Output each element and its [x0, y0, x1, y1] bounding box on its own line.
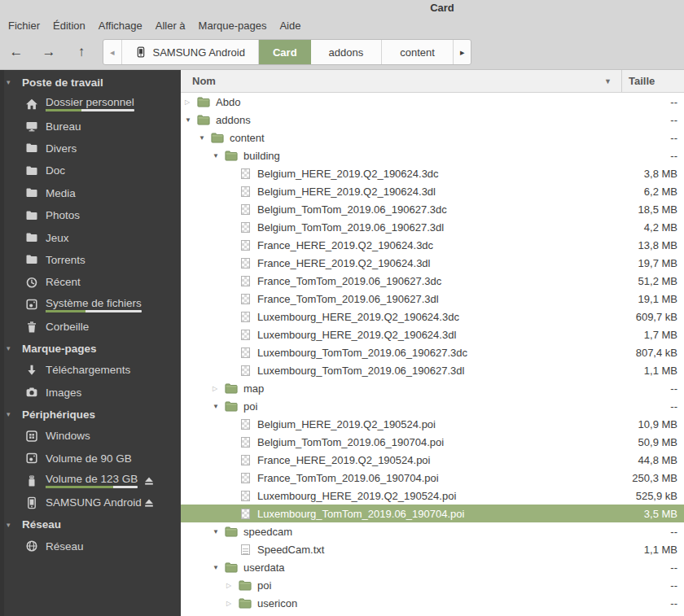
tree-row[interactable]: Luxembourg_TomTom_2019.06_190627.3dc807,…	[181, 343, 684, 361]
menu-item-fichier[interactable]: Fichier	[8, 20, 40, 32]
file-name: userdata	[243, 561, 285, 574]
size-cell: 19,1 MB	[638, 293, 677, 305]
tree-row[interactable]: Belgium_TomTom_2019.06_190627.3dl4,2 MB	[181, 218, 684, 236]
tree-row[interactable]: France_HERE_2019.Q2_190624.3dl19,7 MB	[181, 254, 684, 272]
tree-row[interactable]: ▼poi--	[181, 397, 684, 415]
sidebar-item-photos[interactable]: Photos	[0, 204, 181, 226]
app-body: ▾Poste de travailDossier personnelBureau…	[0, 70, 684, 616]
size-cell: 250,3 MB	[632, 472, 677, 484]
sidebar-item-samsung-android[interactable]: SAMSUNG Android	[0, 491, 181, 513]
tree-row[interactable]: Luxembourg_HERE_2019.Q2_190624.3dc609,7 …	[181, 308, 684, 325]
tree-row[interactable]: ▼userdata--	[181, 558, 684, 576]
section-collapse-icon[interactable]: ▾	[7, 410, 22, 418]
tree-row[interactable]: ▼building--	[181, 146, 684, 164]
expand-expander-icon[interactable]: ▷	[185, 98, 197, 106]
tree-row[interactable]: Belgium_HERE_2019.Q2_190624.3dl6,2 MB	[181, 182, 684, 200]
collapse-expander-icon[interactable]: ▼	[213, 152, 225, 159]
tree-row[interactable]: France_TomTom_2019.06_190704.poi250,3 MB	[181, 469, 684, 487]
column-header-name[interactable]: Nom ▼	[181, 70, 622, 92]
collapse-expander-icon[interactable]: ▼	[199, 134, 211, 142]
tree-row[interactable]: Luxembourg_HERE_2019.Q2_190524.poi525,9 …	[181, 487, 684, 505]
breadcrumb-scroll-right-icon[interactable]: ▸	[454, 40, 471, 64]
tree-row[interactable]: France_HERE_2019.Q2_190624.3dc13,8 MB	[181, 236, 684, 254]
size-cell: 51,2 MB	[638, 275, 677, 287]
tree-row[interactable]: Luxembourg_HERE_2019.Q2_190624.3dl1,7 MB	[181, 325, 684, 343]
sidebar-item-volume-de-123-gb[interactable]: Volume de 123 GB	[0, 470, 181, 491]
section-collapse-icon[interactable]: ▾	[7, 521, 22, 529]
sidebar-item-divers[interactable]: Divers	[0, 138, 181, 159]
sidebar-item-corbeille[interactable]: Corbeille	[0, 316, 181, 338]
menu-item-affichage[interactable]: Affichage	[99, 20, 142, 32]
sidebar-section-marque-pages[interactable]: ▾Marque-pages	[0, 338, 181, 359]
sidebar-item-images[interactable]: Images	[0, 382, 181, 404]
sidebar-section-poste-de-travail[interactable]: ▾Poste de travail	[0, 72, 181, 93]
tree-row[interactable]: Belgium_HERE_2019.Q2_190524.poi10,9 MB	[181, 415, 684, 433]
tree-row[interactable]: France_TomTom_2019.06_190627.3dl19,1 MB	[181, 290, 684, 308]
expand-expander-icon[interactable]: ▷	[226, 582, 239, 589]
sidebar-item-jeux[interactable]: Jeux	[0, 226, 181, 248]
forward-button[interactable]: →	[38, 42, 59, 63]
breadcrumb-samsung-android[interactable]: SAMSUNG Android	[122, 40, 259, 64]
menu-item-aller-a[interactable]: Aller à	[156, 20, 186, 32]
menu-item-edition[interactable]: Édition	[53, 20, 86, 32]
menu-item-aide[interactable]: Aide	[279, 20, 300, 32]
tree-row[interactable]: ▷map--	[181, 379, 684, 397]
file-name: speedcam	[243, 526, 292, 538]
sidebar-item-reseau[interactable]: Réseau	[0, 535, 181, 557]
sidebar-item-dossier-personnel[interactable]: Dossier personnel	[0, 93, 181, 115]
tree-row[interactable]: France_HERE_2019.Q2_190524.poi44,8 MB	[181, 451, 684, 469]
file-name: addons	[216, 114, 251, 126]
sidebar-section-reseau[interactable]: ▾Réseau	[0, 514, 181, 535]
tree-row[interactable]: ▼speedcam--	[181, 522, 684, 540]
tree-row[interactable]: ▼addons--	[181, 111, 684, 129]
tree-row[interactable]: Luxembourg_TomTom_2019.06_190704.poi3,5 …	[181, 505, 684, 522]
tree-row[interactable]: Luxembourg_TomTom_2019.06_190627.3dl1,1 …	[181, 361, 684, 379]
sidebar-item-bureau[interactable]: Bureau	[0, 115, 181, 137]
sidebar-item-systeme-de-fichiers[interactable]: Système de fichiers	[0, 294, 181, 316]
tree-row[interactable]: SpeedCam.txt1,1 MB	[181, 540, 684, 558]
tree-row[interactable]: ▷Abdo--	[181, 93, 684, 111]
collapse-expander-icon[interactable]: ▼	[213, 528, 225, 535]
expand-expander-icon[interactable]: ▷	[213, 385, 225, 392]
sidebar-item-media[interactable]: Media	[0, 182, 181, 204]
tree-row[interactable]: France_TomTom_2019.06_190627.3dc51,2 MB	[181, 272, 684, 290]
tree-row[interactable]: ▼content--	[181, 129, 684, 146]
sidebar-item-label: Torrents	[46, 254, 86, 266]
tree-row[interactable]: Belgium_TomTom_2019.06_190627.3dc18,5 MB	[181, 200, 684, 218]
sidebar-item-volume-de-90-gb[interactable]: Volume de 90 GB	[0, 447, 181, 469]
sidebar: ▾Poste de travailDossier personnelBureau…	[0, 70, 181, 616]
expand-expander-icon[interactable]: ▷	[226, 600, 239, 607]
file-name: France_TomTom_2019.06_190704.poi	[257, 472, 439, 484]
tree-row[interactable]: Belgium_TomTom_2019.06_190704.poi50,9 MB	[181, 433, 684, 451]
sidebar-item-torrents[interactable]: Torrents	[0, 249, 181, 271]
window-title: Card	[0, 2, 684, 14]
menu-item-marque-pages[interactable]: Marque-pages	[199, 20, 267, 32]
tree-row[interactable]: ▷poi--	[181, 576, 684, 594]
breadcrumb-label: SAMSUNG Android	[153, 46, 245, 59]
sidebar-item-windows[interactable]: Windows	[0, 425, 181, 447]
sidebar-section-peripheriques[interactable]: ▾Périphériques	[0, 404, 181, 425]
file-icon	[239, 257, 252, 269]
eject-button[interactable]	[143, 475, 155, 487]
breadcrumb-content[interactable]: content	[382, 40, 454, 64]
column-header-size[interactable]: Taille	[622, 75, 684, 87]
tree-row[interactable]: ▷usericon--	[181, 594, 684, 612]
breadcrumb-card[interactable]: Card	[259, 40, 311, 64]
back-button[interactable]: ←	[6, 42, 27, 63]
section-collapse-icon[interactable]: ▾	[7, 344, 22, 352]
up-button[interactable]: ↑	[71, 42, 92, 63]
eject-button[interactable]	[143, 497, 155, 509]
collapse-expander-icon[interactable]: ▼	[213, 564, 225, 571]
sidebar-item-doc[interactable]: Doc	[0, 159, 181, 181]
section-collapse-icon[interactable]: ▾	[7, 78, 22, 86]
breadcrumb-addons[interactable]: addons	[311, 40, 383, 64]
breadcrumb-scroll-left-icon[interactable]: ◂	[103, 40, 122, 64]
sidebar-item-label: Doc	[46, 164, 65, 177]
collapse-expander-icon[interactable]: ▼	[185, 116, 197, 124]
sidebar-item-telechargements[interactable]: Téléchargements	[0, 359, 181, 381]
sidebar-item-recent[interactable]: Récent	[0, 271, 181, 293]
file-icon	[239, 365, 252, 376]
tree-row[interactable]: Belgium_HERE_2019.Q2_190624.3dc3,8 MB	[181, 164, 684, 182]
collapse-expander-icon[interactable]: ▼	[213, 403, 225, 410]
section-title: Réseau	[22, 518, 61, 531]
